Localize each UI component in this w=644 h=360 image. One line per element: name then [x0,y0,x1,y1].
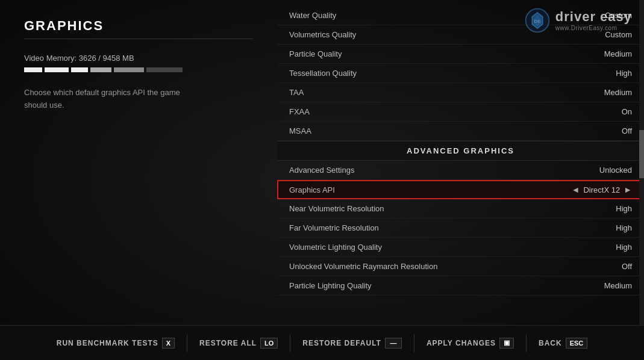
list-item: Particle Lighting Quality Medium [277,276,644,296]
separator-2 [290,334,290,352]
back-key: ESC [566,338,588,349]
setting-value: Medium [604,49,632,58]
settings-list: Water Quality Custom Volumetrics Quality… [277,0,644,296]
run-benchmark-label: Run Benchmark Tests [57,339,158,347]
setting-name: Advanced Settings [289,166,354,175]
list-item: Tessellation Quality High [277,64,644,83]
back-button[interactable]: Back ESC [539,338,587,349]
restore-all-button[interactable]: Restore All LO [199,338,278,349]
setting-value: Unlocked [599,166,632,175]
setting-name: Particle Lighting Quality [289,281,372,290]
graphics-api-value: DirectX 12 [583,185,620,194]
list-item: Particle Quality Medium [277,45,644,64]
scrollbar-thumb[interactable] [639,130,644,178]
graphics-api-control[interactable]: ◄ DirectX 12 ► [572,185,632,194]
svg-text:DE: DE [534,19,540,24]
list-item: Near Volumetric Resolution High [277,199,644,219]
restore-default-button[interactable]: Restore Default — [302,338,402,349]
list-item: Volumetric Lighting Quality High [277,238,644,257]
arrow-left-icon[interactable]: ◄ [572,185,580,194]
apply-changes-button[interactable]: Apply Changes ▣ [427,338,514,349]
separator-4 [526,334,527,352]
run-benchmark-key: X [162,338,175,349]
setting-name: Particle Quality [289,49,342,58]
setting-name: MSAA [289,126,311,135]
apply-changes-label: Apply Changes [427,339,496,347]
watermark-brand: driver easy [555,9,632,25]
setting-name: Volumetric Lighting Quality [289,243,382,252]
setting-value: Off [622,262,632,271]
restore-default-label: Restore Default [302,339,381,347]
watermark: DE driver easy www.DriverEasy.com [524,7,632,34]
setting-value: Medium [604,88,632,97]
memory-segment-1 [24,67,42,72]
memory-segment-2 [45,67,69,72]
list-item: FXAA On [277,102,644,122]
setting-value: Off [622,126,632,135]
setting-value: High [616,204,632,213]
memory-segment-5 [114,67,144,72]
setting-value: High [616,243,632,252]
setting-name: Tessellation Quality [289,69,357,78]
memory-segment-rest [146,67,183,72]
section-header-text: Advanced Graphics [407,146,514,155]
left-panel: Graphics Video Memory: 3626 / 9458 MB Ch… [0,0,277,325]
graphics-api-label: Graphics API [289,185,335,194]
setting-name: FXAA [289,107,310,116]
watermark-url: www.DriverEasy.com [555,25,632,32]
list-item: MSAA Off [277,122,644,141]
list-item: TAA Medium [277,83,644,102]
list-item: Far Volumetric Resolution High [277,219,644,238]
memory-label: Video Memory: 3626 / 9458 MB [24,54,253,63]
list-item: Advanced Settings Unlocked [277,161,644,180]
scrollbar-track[interactable] [639,0,644,325]
description-text: Choose which default graphics API the ga… [24,87,181,112]
memory-segment-4 [90,67,111,72]
watermark-text-group: driver easy www.DriverEasy.com [555,9,632,32]
restore-all-key: LO [260,338,278,349]
back-label: Back [539,339,562,347]
page-title: Graphics [24,18,253,39]
setting-value: High [616,69,632,78]
setting-value: Medium [604,281,632,290]
setting-name: Unlocked Volumetric Raymarch Resolution [289,262,437,271]
setting-name: Volumetrics Quality [289,30,356,39]
list-item: Unlocked Volumetric Raymarch Resolution … [277,257,644,276]
arrow-right-icon[interactable]: ► [624,185,632,194]
restore-default-key: — [385,338,402,349]
run-benchmark-button[interactable]: Run Benchmark Tests X [57,338,175,349]
setting-value: On [622,107,632,116]
separator-3 [414,334,414,352]
apply-changes-key: ▣ [499,338,514,349]
bottom-bar: Run Benchmark Tests X Restore All LO Res… [0,325,644,360]
watermark-logo: DE [524,7,551,34]
memory-bar [24,67,253,72]
right-panel: Water Quality Custom Volumetrics Quality… [277,0,644,325]
setting-name: TAA [289,88,304,97]
setting-name: Water Quality [289,11,336,20]
setting-value: High [616,223,632,232]
memory-segment-3 [71,67,88,72]
restore-all-label: Restore All [199,339,257,347]
advanced-graphics-header: Advanced Graphics [277,141,644,161]
graphics-api-row[interactable]: Graphics API ◄ DirectX 12 ► [277,180,644,199]
setting-name: Far Volumetric Resolution [289,223,379,232]
setting-name: Near Volumetric Resolution [289,204,384,213]
separator-1 [187,334,187,352]
